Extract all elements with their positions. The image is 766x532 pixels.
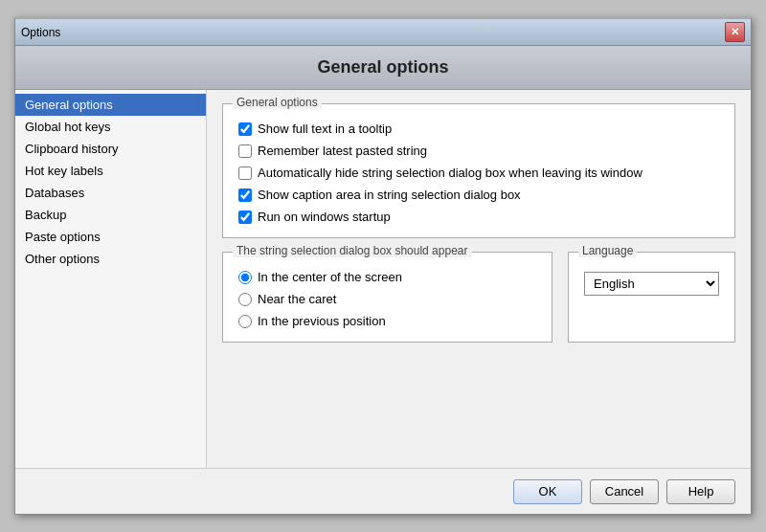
page-title: General options [317,57,448,77]
radio-near-caret-label: Near the caret [258,292,336,306]
ok-button[interactable]: OK [513,479,582,504]
radio-center-screen-label: In the center of the screen [258,270,402,284]
checkbox-auto-hide-input[interactable] [238,166,252,180]
checkbox-show-full-text-input[interactable] [238,122,252,136]
checkbox-run-on-startup: Run on windows startup [238,210,719,224]
language-select[interactable]: English German French Spanish Russian [584,272,719,296]
checkbox-auto-hide: Automatically hide string selection dial… [238,166,719,180]
radio-previous-position: In the previous position [238,314,536,328]
page-header: General options [15,46,751,90]
window-title: Options [21,26,60,39]
dialog-position-legend: The string selection dialog box should a… [233,244,472,257]
radio-near-caret-input[interactable] [238,293,252,306]
radio-previous-position-label: In the previous position [258,314,386,328]
checkbox-auto-hide-label: Automatically hide string selection dial… [258,166,642,180]
radio-center-screen-input[interactable] [238,271,252,284]
cancel-button[interactable]: Cancel [590,479,659,504]
language-legend: Language [578,244,637,257]
options-window: Options ✕ General options General option… [14,17,752,515]
help-button[interactable]: Help [666,479,735,504]
checkbox-remember-latest: Remember latest pasted string [238,144,719,158]
checkbox-show-caption-label: Show caption area in string selection di… [258,188,521,202]
footer: OK Cancel Help [15,468,751,514]
checkbox-run-on-startup-label: Run on windows startup [258,210,391,224]
checkbox-remember-latest-input[interactable] [238,144,252,158]
content-area: General options Show full text in a tool… [207,90,751,468]
general-options-legend: General options [233,96,322,109]
sidebar-item-hot-key-labels[interactable]: Hot key labels [15,160,206,182]
checkbox-show-full-text: Show full text in a tooltip [238,122,719,136]
radio-previous-position-input[interactable] [238,315,252,328]
checkbox-show-full-text-label: Show full text in a tooltip [258,122,392,136]
checkbox-run-on-startup-input[interactable] [238,211,252,224]
sidebar: General options Global hot keys Clipboar… [15,90,207,468]
sidebar-item-general-options[interactable]: General options [15,94,206,116]
main-content: General options Global hot keys Clipboar… [15,90,751,468]
sidebar-item-other-options[interactable]: Other options [15,248,206,270]
title-bar: Options ✕ [15,19,751,46]
sidebar-item-clipboard-history[interactable]: Clipboard history [15,138,206,160]
sidebar-item-databases[interactable]: Databases [15,182,206,204]
close-button[interactable]: ✕ [725,22,745,42]
sidebar-item-backup[interactable]: Backup [15,204,206,226]
checkbox-remember-latest-label: Remember latest pasted string [258,144,427,158]
radio-center-screen: In the center of the screen [238,270,536,284]
language-section: Language English German French Spanish R… [568,252,735,343]
checkbox-show-caption-input[interactable] [238,188,252,202]
checkbox-show-caption: Show caption area in string selection di… [238,188,719,202]
sidebar-item-global-hot-keys[interactable]: Global hot keys [15,116,206,138]
dialog-position-section: The string selection dialog box should a… [222,252,552,343]
general-options-section: General options Show full text in a tool… [222,103,735,238]
sidebar-item-paste-options[interactable]: Paste options [15,226,206,248]
radio-near-caret: Near the caret [238,292,536,306]
bottom-section: The string selection dialog box should a… [222,252,735,343]
